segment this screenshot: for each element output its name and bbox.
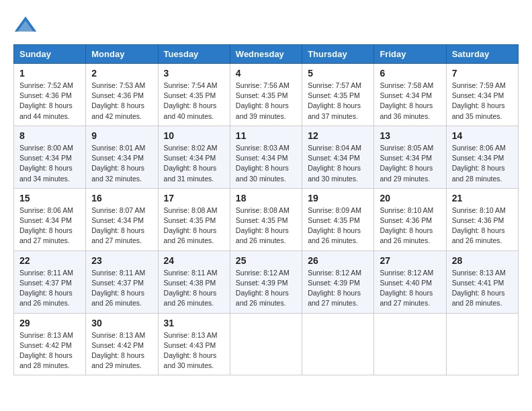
calendar-cell: 28Sunrise: 8:13 AMSunset: 4:41 PMDayligh… [446,250,518,313]
cell-content: Sunrise: 7:56 AMSunset: 4:35 PMDaylight:… [236,81,296,122]
day-number: 23 [91,255,152,266]
calendar-table: SundayMondayTuesdayWednesdayThursdayFrid… [13,44,519,375]
day-number: 20 [380,193,440,203]
calendar-cell: 7Sunrise: 7:59 AMSunset: 4:34 PMDaylight… [446,64,518,126]
day-number: 7 [452,68,513,79]
day-number: 29 [19,318,80,328]
col-header-saturday: Saturday [446,45,518,64]
cell-content: Sunrise: 7:54 AMSunset: 4:35 PMDaylight:… [164,81,224,122]
day-number: 28 [452,255,513,266]
day-number: 8 [19,130,80,141]
day-number: 9 [91,130,152,141]
calendar-cell [230,313,302,375]
day-number: 30 [91,318,152,328]
cell-content: Sunrise: 8:12 AMSunset: 4:39 PMDaylight:… [308,268,368,309]
calendar-cell: 20Sunrise: 8:10 AMSunset: 4:36 PMDayligh… [374,188,446,250]
cell-content: Sunrise: 8:13 AMSunset: 4:41 PMDaylight:… [452,268,513,309]
calendar-cell: 11Sunrise: 8:03 AMSunset: 4:34 PMDayligh… [230,126,302,188]
cell-content: Sunrise: 8:06 AMSunset: 4:34 PMDaylight:… [19,205,80,246]
cell-content: Sunrise: 8:06 AMSunset: 4:34 PMDaylight:… [452,143,513,184]
cell-content: Sunrise: 8:12 AMSunset: 4:40 PMDaylight:… [380,268,440,309]
cell-content: Sunrise: 7:58 AMSunset: 4:34 PMDaylight:… [380,81,440,122]
calendar-week-row: 22Sunrise: 8:11 AMSunset: 4:37 PMDayligh… [14,250,519,313]
calendar-cell: 3Sunrise: 7:54 AMSunset: 4:35 PMDaylight… [158,64,230,126]
calendar-cell: 5Sunrise: 7:57 AMSunset: 4:35 PMDaylight… [302,64,374,126]
calendar-cell: 24Sunrise: 8:11 AMSunset: 4:38 PMDayligh… [158,250,230,313]
cell-content: Sunrise: 8:13 AMSunset: 4:42 PMDaylight:… [19,330,80,371]
cell-content: Sunrise: 8:01 AMSunset: 4:34 PMDaylight:… [91,143,152,184]
calendar-cell: 4Sunrise: 7:56 AMSunset: 4:35 PMDaylight… [230,64,302,126]
cell-content: Sunrise: 7:57 AMSunset: 4:35 PMDaylight:… [308,81,368,122]
day-number: 13 [380,130,440,141]
day-number: 26 [308,255,368,266]
day-number: 3 [164,68,224,79]
cell-content: Sunrise: 8:10 AMSunset: 4:36 PMDaylight:… [452,205,513,246]
cell-content: Sunrise: 8:07 AMSunset: 4:34 PMDaylight:… [91,205,152,246]
cell-content: Sunrise: 7:59 AMSunset: 4:34 PMDaylight:… [452,81,513,122]
calendar-cell: 2Sunrise: 7:53 AMSunset: 4:36 PMDaylight… [86,64,158,126]
cell-content: Sunrise: 8:12 AMSunset: 4:39 PMDaylight:… [236,268,296,309]
col-header-monday: Monday [86,45,158,64]
cell-content: Sunrise: 8:11 AMSunset: 4:37 PMDaylight:… [91,268,152,309]
day-number: 11 [236,130,296,141]
cell-content: Sunrise: 8:08 AMSunset: 4:35 PMDaylight:… [164,205,224,246]
calendar-cell: 14Sunrise: 8:06 AMSunset: 4:34 PMDayligh… [446,126,518,188]
day-number: 22 [19,255,80,266]
calendar-cell: 1Sunrise: 7:52 AMSunset: 4:36 PMDaylight… [14,64,86,126]
calendar-cell: 13Sunrise: 8:05 AMSunset: 4:34 PMDayligh… [374,126,446,188]
calendar-cell: 17Sunrise: 8:08 AMSunset: 4:35 PMDayligh… [158,188,230,250]
cell-content: Sunrise: 7:53 AMSunset: 4:36 PMDaylight:… [91,81,152,122]
calendar-cell: 15Sunrise: 8:06 AMSunset: 4:34 PMDayligh… [14,188,86,250]
calendar-week-row: 29Sunrise: 8:13 AMSunset: 4:42 PMDayligh… [14,313,519,375]
day-number: 10 [164,130,224,141]
calendar-cell: 8Sunrise: 8:00 AMSunset: 4:34 PMDaylight… [14,126,86,188]
calendar-cell: 9Sunrise: 8:01 AMSunset: 4:34 PMDaylight… [86,126,158,188]
cell-content: Sunrise: 8:00 AMSunset: 4:34 PMDaylight:… [19,143,80,184]
cell-content: Sunrise: 8:08 AMSunset: 4:35 PMDaylight:… [236,205,296,246]
calendar-cell: 22Sunrise: 8:11 AMSunset: 4:37 PMDayligh… [14,250,86,313]
day-number: 5 [308,68,368,79]
day-number: 19 [308,193,368,203]
col-header-tuesday: Tuesday [158,45,230,64]
calendar-cell: 19Sunrise: 8:09 AMSunset: 4:35 PMDayligh… [302,188,374,250]
day-number: 25 [236,255,296,266]
calendar-cell: 31Sunrise: 8:13 AMSunset: 4:43 PMDayligh… [158,313,230,375]
cell-content: Sunrise: 8:05 AMSunset: 4:34 PMDaylight:… [380,143,440,184]
day-number: 27 [380,255,440,266]
calendar-cell: 29Sunrise: 8:13 AMSunset: 4:42 PMDayligh… [14,313,86,375]
day-number: 24 [164,255,224,266]
cell-content: Sunrise: 8:09 AMSunset: 4:35 PMDaylight:… [308,205,368,246]
cell-content: Sunrise: 7:52 AMSunset: 4:36 PMDaylight:… [19,81,80,122]
calendar-cell: 18Sunrise: 8:08 AMSunset: 4:35 PMDayligh… [230,188,302,250]
day-number: 6 [380,68,440,79]
calendar-cell: 27Sunrise: 8:12 AMSunset: 4:40 PMDayligh… [374,250,446,313]
calendar-cell [446,313,518,375]
day-number: 16 [91,193,152,203]
day-number: 31 [164,318,224,328]
calendar-cell: 26Sunrise: 8:12 AMSunset: 4:39 PMDayligh… [302,250,374,313]
cell-content: Sunrise: 8:03 AMSunset: 4:34 PMDaylight:… [236,143,296,184]
cell-content: Sunrise: 8:02 AMSunset: 4:34 PMDaylight:… [164,143,224,184]
day-number: 15 [19,193,80,203]
calendar-week-row: 15Sunrise: 8:06 AMSunset: 4:34 PMDayligh… [14,188,519,250]
cell-content: Sunrise: 8:13 AMSunset: 4:42 PMDaylight:… [91,330,152,371]
cell-content: Sunrise: 8:11 AMSunset: 4:38 PMDaylight:… [164,268,224,309]
calendar-cell: 16Sunrise: 8:07 AMSunset: 4:34 PMDayligh… [86,188,158,250]
col-header-sunday: Sunday [14,45,86,64]
day-number: 18 [236,193,296,203]
calendar-header-row: SundayMondayTuesdayWednesdayThursdayFrid… [14,45,519,64]
day-number: 4 [236,68,296,79]
cell-content: Sunrise: 8:11 AMSunset: 4:37 PMDaylight:… [19,268,80,309]
day-number: 12 [308,130,368,141]
day-number: 2 [91,68,152,79]
cell-content: Sunrise: 8:10 AMSunset: 4:36 PMDaylight:… [380,205,440,246]
logo [13,13,42,38]
col-header-friday: Friday [374,45,446,64]
calendar-cell: 21Sunrise: 8:10 AMSunset: 4:36 PMDayligh… [446,188,518,250]
calendar-cell [302,313,374,375]
day-number: 17 [164,193,224,203]
cell-content: Sunrise: 8:13 AMSunset: 4:43 PMDaylight:… [164,330,224,371]
col-header-thursday: Thursday [302,45,374,64]
calendar-week-row: 1Sunrise: 7:52 AMSunset: 4:36 PMDaylight… [14,64,519,126]
calendar-cell: 10Sunrise: 8:02 AMSunset: 4:34 PMDayligh… [158,126,230,188]
